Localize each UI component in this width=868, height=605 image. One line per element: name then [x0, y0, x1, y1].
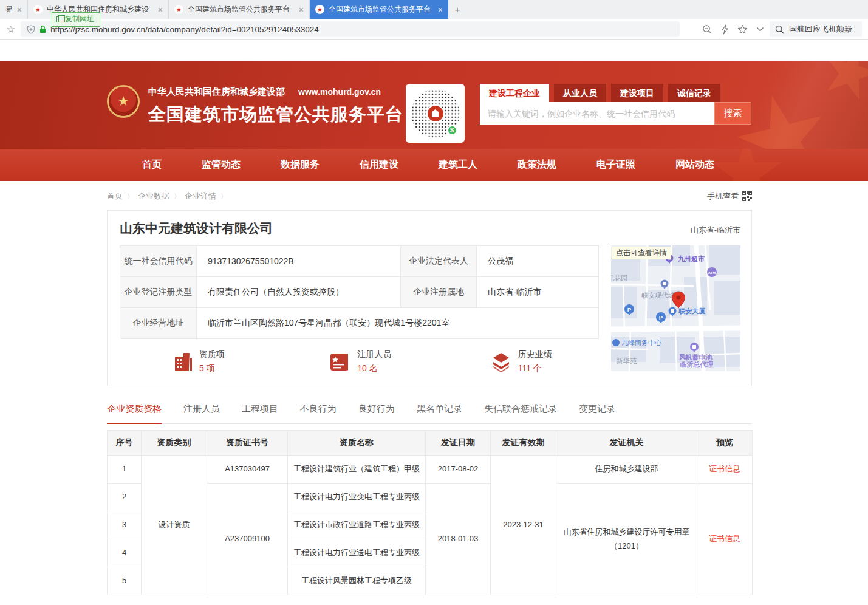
col-authority: 发证机关: [556, 431, 697, 456]
browser-tab-bar: 界 × ★ 中华人民共和国住房和城乡建设 × ★ 全国建筑市场监管公共服务平台 …: [0, 0, 868, 19]
search-icon: [775, 25, 784, 34]
nav-item-credit[interactable]: 信用建设: [360, 159, 398, 171]
tab-good-behavior[interactable]: 良好行为: [358, 403, 395, 423]
tab-qualifications[interactable]: 企业资质资格: [107, 403, 162, 424]
close-icon[interactable]: ×: [17, 5, 22, 14]
issue-date-cell: 2017-08-02: [426, 456, 491, 484]
seq-cell: 3: [108, 511, 142, 539]
tab-title: 全国建筑市场监管公共服务平台: [329, 4, 434, 15]
field-label-reg-type: 企业登记注册类型: [120, 277, 197, 308]
col-cert-no: 资质证书号: [207, 431, 288, 456]
company-stats: 资质项 5 项 注册人员: [120, 349, 599, 374]
nav-item-e-license[interactable]: 电子证照: [596, 159, 635, 171]
browser-hot-search[interactable]: 国航回应飞机颠簸: [770, 21, 862, 37]
nav-item-workers[interactable]: 建筑工人: [439, 159, 477, 171]
search-tab-personnel[interactable]: 从业人员: [554, 84, 606, 102]
company-location-map[interactable]: 点击可查看详情: [611, 245, 740, 371]
browser-tab-jzsc-1[interactable]: ★ 全国建筑市场监管公共服务平台 ×: [169, 0, 310, 19]
col-category: 资质类别: [142, 431, 207, 456]
table-header-row: 序号 资质类别 资质证书号 资质名称 发证日期 发证有效期 发证机关 预览: [108, 431, 753, 456]
stat-qualifications[interactable]: 资质项 5 项: [120, 349, 281, 374]
site-brand[interactable]: ★ 中华人民共和国住房和城乡建设部 www.mohurd.gov.cn 全国建筑…: [107, 84, 403, 127]
bookmark-star-icon[interactable]: ☆: [6, 24, 15, 35]
col-seq: 序号: [108, 431, 142, 456]
close-icon[interactable]: ×: [158, 5, 163, 14]
nav-item-site-news[interactable]: 网站动态: [675, 159, 714, 171]
address-bar[interactable]: https://jzsc.mohurd.gov.cn/data/company/…: [21, 21, 680, 37]
tab-registered-personnel[interactable]: 注册人员: [183, 403, 220, 423]
new-tab-button[interactable]: +: [448, 0, 466, 19]
tab-title: 全国建筑市场监管公共服务平台: [188, 4, 295, 15]
company-info-block: 统一社会信用代码 91371302675501022B 企业法定代表人 公茂福 …: [120, 245, 599, 374]
tab-bad-behavior[interactable]: 不良行为: [300, 403, 337, 423]
browser-chrome: 界 × ★ 中华人民共和国住房和城乡建设 × ★ 全国建筑市场监管公共服务平台 …: [0, 0, 868, 40]
qualification-table: 序号 资质类别 资质证书号 资质名称 发证日期 发证有效期 发证机关 预览 1 …: [107, 430, 753, 595]
stat-registered-personnel[interactable]: 注册人员 10 名: [281, 349, 438, 374]
shield-icon: [27, 25, 35, 34]
nav-item-data-service[interactable]: 数据服务: [281, 159, 320, 171]
copy-icon: [56, 16, 62, 22]
search-tab-credit[interactable]: 诚信记录: [668, 84, 720, 102]
cert-no-cell: A237009100: [207, 484, 288, 595]
tab-dishonesty-records[interactable]: 失信联合惩戒记录: [484, 403, 557, 423]
qr-code-icon: [742, 191, 752, 201]
map-label-battery-2: 临沂总代理: [680, 361, 714, 368]
breadcrumb-separator: 〉: [127, 192, 134, 201]
cert-info-link[interactable]: 证书信息: [709, 464, 740, 473]
qual-name-cell: 工程设计电力行业送电工程专业丙级: [288, 539, 426, 567]
preview-cell: 证书信息: [697, 484, 753, 595]
map-label-garden: 纪花园: [611, 275, 627, 282]
map-label-residence: 新华苑: [616, 357, 637, 364]
field-label-reg-region: 企业注册属地: [401, 277, 477, 308]
map-pin-business-center: [612, 339, 620, 346]
site-favicon-icon: ★: [33, 5, 43, 14]
nav-item-policy[interactable]: 政策法规: [518, 159, 556, 171]
breadcrumb-company-data[interactable]: 企业数据: [138, 191, 169, 202]
seq-cell: 4: [108, 539, 142, 567]
header-search: 建设工程企业 从业人员 建设项目 诚信记录 搜索: [480, 84, 751, 125]
stat-value: 5 项: [199, 363, 225, 374]
cert-info-link[interactable]: 证书信息: [709, 534, 740, 543]
breadcrumb-separator: 〉: [220, 192, 227, 201]
tab-blacklist[interactable]: 黑名单记录: [417, 403, 462, 423]
qr-center-logo: [426, 104, 445, 123]
nav-item-home[interactable]: 首页: [142, 159, 162, 171]
favorites-star-icon[interactable]: [737, 24, 748, 34]
header-qr-code: S: [406, 84, 465, 143]
browser-tab-partial[interactable]: 界 ×: [0, 0, 28, 19]
copy-url-tooltip: 复制网址: [52, 12, 100, 27]
field-value-address: 临沂市兰山区陶然路107号星河晶都（联安）现代城1号楼2201室: [197, 308, 599, 339]
stat-history-performance[interactable]: 历史业绩 111 个: [439, 349, 599, 374]
chevron-down-icon[interactable]: [756, 27, 764, 32]
map-label-modern-city: 联安现代城: [641, 292, 675, 299]
breadcrumb-home[interactable]: 首页: [107, 191, 123, 202]
site-header: ★ 中华人民共和国住房和城乡建设部 www.mohurd.gov.cn 全国建筑…: [0, 61, 868, 149]
breadcrumb-company-detail: 企业详情: [185, 191, 216, 202]
favicon-star-glyph: ★: [176, 7, 182, 13]
national-emblem-logo: ★: [107, 85, 140, 118]
qual-name-cell: 工程设计建筑行业（建筑工程）甲级: [288, 456, 426, 484]
breadcrumb: 首页 〉 企业数据 〉 企业详情 〉: [107, 191, 227, 202]
stat-label: 资质项: [199, 349, 225, 360]
zoom-out-icon[interactable]: [702, 24, 713, 35]
seq-cell: 1: [108, 456, 142, 484]
browser-tab-jzsc-active[interactable]: ★ 全国建筑市场监管公共服务平台 ×: [310, 0, 448, 19]
tab-change-records[interactable]: 变更记录: [579, 403, 615, 423]
map-label-landmark: 联安大厦: [678, 307, 705, 315]
close-icon[interactable]: ×: [438, 5, 443, 14]
copy-url-tooltip-text: 复制网址: [65, 14, 94, 24]
field-value-credit-code: 91371302675501022B: [197, 246, 401, 277]
search-tab-enterprise[interactable]: 建设工程企业: [480, 84, 549, 102]
stat-value: 111 个: [518, 363, 552, 374]
search-tab-project[interactable]: 建设项目: [611, 84, 663, 102]
stat-value: 10 名: [357, 363, 391, 374]
site-title-block: 中华人民共和国住房和城乡建设部 www.mohurd.gov.cn 全国建筑市场…: [148, 84, 403, 127]
mobile-view-button[interactable]: 手机查看: [707, 191, 752, 202]
close-icon[interactable]: ×: [299, 5, 304, 14]
mobile-view-label: 手机查看: [707, 191, 739, 202]
lightning-icon[interactable]: [721, 24, 729, 35]
search-input[interactable]: [480, 102, 714, 125]
search-button[interactable]: 搜索: [714, 102, 751, 125]
nav-item-supervision[interactable]: 监管动态: [202, 159, 241, 171]
tab-projects[interactable]: 工程项目: [242, 403, 278, 423]
